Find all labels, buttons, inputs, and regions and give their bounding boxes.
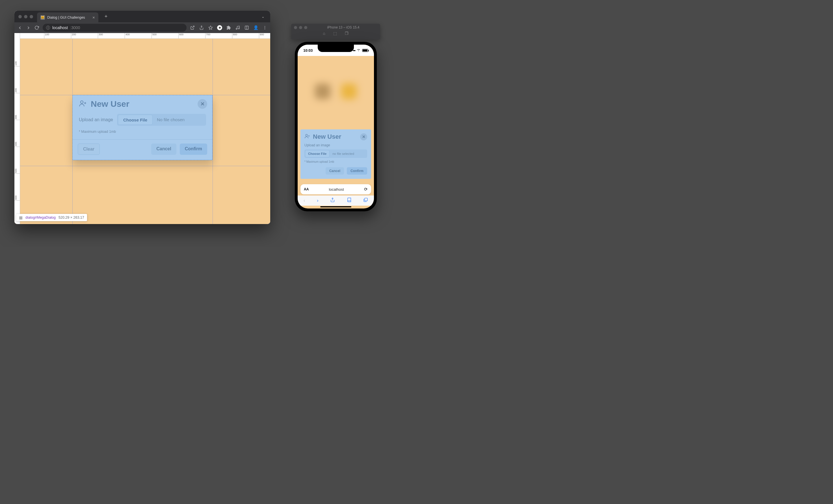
tab-close-icon[interactable]: × xyxy=(92,15,95,20)
safari-url: localhost xyxy=(309,187,364,192)
blur-shape xyxy=(315,84,330,99)
safari-address-bar[interactable]: AA localhost ⟳ xyxy=(301,184,371,194)
background-blur xyxy=(298,60,374,122)
new-tab-button[interactable]: + xyxy=(104,14,108,20)
tab-favicon-icon: 🐱 xyxy=(41,15,45,20)
iphone-device: 10:03 ••• New User ✕ Upload an image Cho… xyxy=(295,42,377,211)
address-bar[interactable]: i localhost:3000 xyxy=(43,24,187,32)
inspector-selector: dialog#MegaDialog xyxy=(25,216,56,220)
sim-zoom-dot[interactable] xyxy=(304,26,307,29)
ruler-tick: 500 xyxy=(151,33,157,39)
battery-icon xyxy=(362,49,368,52)
iphone-notch xyxy=(318,45,354,52)
extensions-puzzle-icon[interactable] xyxy=(226,25,231,30)
window-close-dot[interactable] xyxy=(18,15,22,18)
safari-reload-icon[interactable]: ⟳ xyxy=(364,187,368,192)
ruler-tick: 800 xyxy=(232,33,237,39)
ruler-tick: 100 xyxy=(15,61,20,67)
safari-tabs-icon[interactable] xyxy=(363,198,368,204)
dialog-title: New User xyxy=(91,99,194,109)
ruler-tick: 100 xyxy=(44,33,49,39)
side-panel-icon[interactable] xyxy=(244,25,249,30)
clear-button[interactable]: Clear xyxy=(78,144,100,155)
svg-point-5 xyxy=(265,26,265,27)
sim-minimize-dot[interactable] xyxy=(299,26,302,29)
ruler-tick: 900 xyxy=(259,33,264,39)
sim-screenshot-icon[interactable]: ⬚ xyxy=(333,31,337,38)
ruler-tick: 200 xyxy=(15,88,20,93)
upload-label: Upload an image xyxy=(79,117,113,122)
ruler-tick: 700 xyxy=(205,33,210,39)
safari-bookmarks-icon[interactable] xyxy=(347,198,352,204)
svg-point-7 xyxy=(265,28,265,29)
ruler-tick: 500 xyxy=(15,169,20,174)
user-plus-icon xyxy=(304,133,310,140)
safari-toolbar: ‹ › xyxy=(298,196,374,206)
sim-close-dot[interactable] xyxy=(294,26,297,29)
share-icon[interactable] xyxy=(199,25,204,30)
extension-compass-icon[interactable]: ✦ xyxy=(217,25,222,30)
profile-avatar-icon[interactable]: 👤 xyxy=(253,25,258,30)
ruler-tick: 300 xyxy=(98,33,103,39)
nav-forward-icon[interactable] xyxy=(26,25,31,30)
user-plus-icon xyxy=(79,99,87,108)
svg-point-11 xyxy=(306,134,308,136)
svg-point-8 xyxy=(80,101,83,103)
sim-home-icon[interactable]: ⌂ xyxy=(323,31,325,38)
url-host: localhost xyxy=(52,25,68,30)
home-indicator[interactable] xyxy=(320,206,351,207)
file-status: No file chosen xyxy=(153,114,206,126)
mobile-upload-label: Upload an image xyxy=(304,143,367,147)
browser-titlebar: 🐱 Dialog | GUI Challenges × + ⌄ xyxy=(15,11,270,22)
svg-point-6 xyxy=(265,27,265,28)
safari-share-icon[interactable] xyxy=(330,198,335,204)
mobile-cancel-button[interactable]: Cancel xyxy=(326,167,344,175)
kebab-menu-icon[interactable] xyxy=(262,25,267,30)
reload-icon[interactable] xyxy=(34,25,39,30)
media-controls-icon[interactable] xyxy=(235,25,240,30)
inspector-dimensions: 520.29 × 263.17 xyxy=(58,216,84,220)
mobile-choose-file-button[interactable]: Choose File xyxy=(305,150,330,157)
ruler-vertical: 100 200 300 400 500 600 xyxy=(15,33,20,224)
safari-back-icon[interactable]: ‹ xyxy=(304,198,305,203)
text-size-icon[interactable]: AA xyxy=(304,187,309,191)
confirm-button[interactable]: Confirm xyxy=(180,144,207,155)
browser-window: 🐱 Dialog | GUI Challenges × + ⌄ i localh… xyxy=(15,11,270,224)
grid-icon: ▦ xyxy=(19,215,23,220)
simulator-title: iPhone 13 – iOS 15.4 xyxy=(309,25,377,29)
browser-tab[interactable]: 🐱 Dialog | GUI Challenges × xyxy=(37,12,98,22)
devtools-element-tooltip: ▦ dialog#MegaDialog 520.29 × 263.17 xyxy=(16,214,87,221)
svg-point-1 xyxy=(236,28,237,29)
dialog-close-button[interactable]: ✕ xyxy=(197,99,207,109)
cancel-button[interactable]: Cancel xyxy=(151,144,176,155)
mobile-confirm-button[interactable]: Confirm xyxy=(347,167,367,175)
window-zoom-dot[interactable] xyxy=(30,15,33,18)
sim-windows-icon[interactable]: ❐ xyxy=(345,31,349,38)
bookmark-star-icon[interactable] xyxy=(208,25,213,30)
mobile-file-input[interactable]: Choose File no file selected xyxy=(304,149,367,158)
wifi-icon xyxy=(356,48,361,53)
simulator-toolbar: ⌂ ⬚ ❐ xyxy=(291,31,380,38)
open-external-icon[interactable] xyxy=(190,25,195,30)
file-input[interactable]: Choose File No file chosen xyxy=(117,114,206,126)
tabs-overflow-icon[interactable]: ⌄ xyxy=(261,15,265,19)
traffic-lights xyxy=(18,15,33,18)
ruler-horizontal: 100 200 300 400 500 600 700 800 900 xyxy=(15,33,270,39)
svg-marker-0 xyxy=(209,26,212,29)
safari-forward-icon[interactable]: › xyxy=(317,198,318,203)
simulator-titlebar: iPhone 13 – iOS 15.4 xyxy=(291,24,380,31)
ruler-tick: 400 xyxy=(125,33,130,39)
window-minimize-dot[interactable] xyxy=(24,15,27,18)
dialog-footer: Clear Cancel Confirm xyxy=(73,139,212,160)
iphone-screen: 10:03 ••• New User ✕ Upload an image Cho… xyxy=(298,45,374,208)
ruler-tick: 300 xyxy=(15,115,20,120)
nav-back-icon[interactable] xyxy=(17,25,22,30)
mobile-dialog-close-button[interactable]: ✕ xyxy=(360,133,367,141)
dialog-header: New User ✕ xyxy=(73,95,212,113)
choose-file-button[interactable]: Choose File xyxy=(118,115,152,125)
mobile-mega-dialog: New User ✕ Upload an image Choose File n… xyxy=(301,129,371,179)
site-info-icon[interactable]: i xyxy=(46,26,50,30)
ruler-tick: 400 xyxy=(15,142,20,147)
svg-rect-14 xyxy=(365,198,367,201)
blur-shape xyxy=(341,84,357,99)
